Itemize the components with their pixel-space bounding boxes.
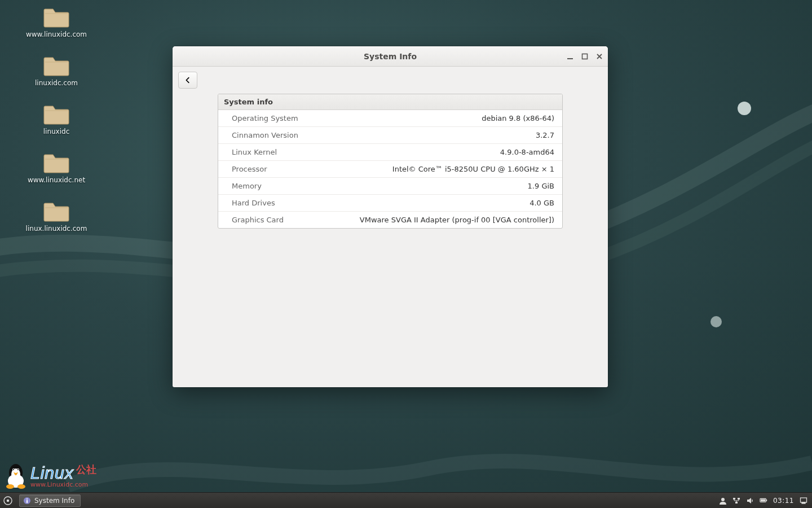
watermark-cn: 公社 (76, 465, 96, 475)
window-controls (566, 52, 603, 60)
folder-icon (43, 54, 70, 77)
svg-rect-23 (766, 500, 767, 501)
row-label: Hard Drives (232, 199, 275, 207)
show-desktop-icon[interactable] (800, 497, 807, 505)
svg-point-18 (721, 498, 725, 501)
desktop-folder-linux-linuxidc[interactable]: linux.linuxidc.com (23, 200, 90, 233)
svg-point-10 (17, 469, 19, 470)
taskbar-app-label: System Info (34, 497, 74, 505)
svg-rect-16 (27, 500, 28, 503)
svg-rect-25 (801, 498, 807, 502)
row-label: Cinnamon Version (232, 131, 298, 139)
svg-point-6 (11, 468, 20, 480)
svg-point-5 (8, 474, 24, 488)
menu-button[interactable] (0, 493, 16, 509)
info-icon (23, 497, 31, 505)
network-icon[interactable] (732, 497, 740, 505)
row-value: 3.2.7 (536, 131, 554, 139)
folder-icon (43, 200, 70, 222)
svg-point-8 (17, 468, 19, 471)
watermark-sub: www.Linuxidc.com (30, 481, 96, 488)
tux-icon (5, 463, 27, 489)
desktop: www.linuxidc.com linuxidc.com linuxidc w… (0, 0, 812, 508)
desktop-icon-label: linux.linuxidc.com (26, 225, 87, 233)
minimize-button[interactable] (566, 52, 574, 60)
row-processor: Processor Intel© Core™ i5-8250U CPU @ 1.… (218, 161, 562, 178)
titlebar[interactable]: System Info (173, 46, 608, 67)
maximize-button[interactable] (581, 52, 589, 60)
svg-rect-24 (761, 500, 765, 502)
svg-rect-20 (738, 498, 740, 500)
row-value: 1.9 GiB (528, 182, 554, 190)
watermark-text: Linux (30, 465, 74, 481)
desktop-folder-linuxidc-net[interactable]: www.linuxidc.net (23, 151, 90, 184)
taskbar-app-system-info[interactable]: System Info (19, 494, 81, 507)
clock[interactable]: 03:11 (773, 497, 794, 505)
svg-point-1 (710, 316, 722, 327)
row-value: 4.9.0-8-amd64 (500, 148, 554, 156)
row-label: Memory (232, 182, 262, 190)
svg-point-17 (27, 498, 28, 499)
system-tray: 03:11 (719, 497, 812, 505)
battery-icon[interactable] (760, 497, 767, 505)
svg-point-14 (7, 499, 9, 501)
folder-icon (43, 103, 70, 125)
back-button[interactable] (178, 72, 197, 89)
desktop-folder-linuxidc[interactable]: linuxidc (23, 103, 90, 135)
svg-point-4 (9, 464, 23, 482)
svg-rect-19 (733, 498, 735, 500)
row-graphics: Graphics Card VMware SVGA II Adapter (pr… (218, 212, 562, 228)
row-value: debian 9.8 (x86-64) (482, 114, 554, 122)
row-label: Operating System (232, 114, 298, 122)
row-label: Linux Kernel (232, 148, 277, 156)
row-label: Graphics Card (232, 216, 284, 224)
system-info-panel: System info Operating System debian 9.8 … (218, 94, 563, 229)
row-label: Processor (232, 165, 267, 173)
row-cinnamon: Cinnamon Version 3.2.7 (218, 127, 562, 144)
desktop-icon-label: linuxidc (43, 128, 70, 135)
row-memory: Memory 1.9 GiB (218, 178, 562, 195)
desktop-folder-linuxidc-com[interactable]: linuxidc.com (23, 54, 90, 87)
row-os: Operating System debian 9.8 (x86-64) (218, 110, 562, 127)
window-content: System info Operating System debian 9.8 … (173, 94, 608, 387)
system-info-window: System Info System info (173, 46, 608, 387)
taskbar: System Info 03:11 (0, 492, 812, 508)
volume-icon[interactable] (746, 497, 754, 505)
window-title: System Info (173, 52, 608, 61)
toolbar (173, 67, 608, 94)
user-icon[interactable] (719, 497, 727, 505)
folder-icon (43, 6, 70, 28)
desktop-folder-linuxidc-com-www[interactable]: www.linuxidc.com (23, 6, 90, 38)
svg-rect-3 (582, 54, 588, 59)
desktop-icons: www.linuxidc.com linuxidc.com linuxidc w… (23, 6, 90, 233)
row-value: 4.0 GB (529, 199, 554, 207)
panel-header: System info (218, 94, 562, 110)
svg-rect-26 (802, 502, 805, 503)
desktop-icon-label: linuxidc.com (35, 79, 78, 87)
row-kernel: Linux Kernel 4.9.0-8-amd64 (218, 144, 562, 161)
svg-point-11 (6, 484, 14, 489)
watermark-logo: Linux 公社 www.Linuxidc.com (5, 463, 96, 489)
svg-rect-21 (735, 502, 738, 503)
folder-icon (43, 151, 70, 174)
svg-point-12 (17, 484, 25, 489)
desktop-icon-label: www.linuxidc.net (28, 176, 85, 184)
svg-point-9 (13, 469, 14, 470)
svg-point-7 (12, 468, 15, 471)
close-button[interactable] (595, 52, 603, 60)
desktop-icon-label: www.linuxidc.com (26, 30, 87, 38)
row-drives: Hard Drives 4.0 GB (218, 195, 562, 212)
svg-rect-2 (567, 58, 573, 59)
row-value: VMware SVGA II Adapter (prog-if 00 [VGA … (360, 216, 554, 224)
cinnamon-menu-icon (3, 496, 12, 505)
svg-point-0 (738, 102, 751, 115)
row-value: Intel© Core™ i5-8250U CPU @ 1.60GHz × 1 (392, 165, 554, 173)
